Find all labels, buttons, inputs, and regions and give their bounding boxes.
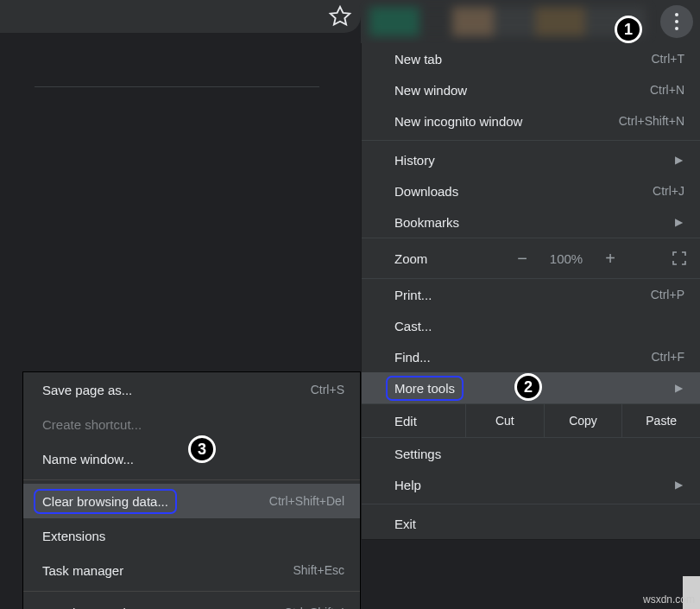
address-bar[interactable] bbox=[0, 0, 361, 33]
menu-label: History bbox=[394, 153, 435, 168]
menu-label: Task manager bbox=[42, 563, 123, 578]
submenu-arrow-icon: ▶ bbox=[675, 382, 683, 394]
customize-menu-button[interactable] bbox=[660, 5, 693, 38]
menu-label: New tab bbox=[394, 52, 442, 67]
edit-cut-button[interactable]: Cut bbox=[465, 404, 544, 437]
zoom-label: Zoom bbox=[362, 251, 474, 266]
menu-label: Print... bbox=[394, 288, 432, 302]
submenu-item-clear-browsing-data[interactable]: Clear browsing data... Ctrl+Shift+Del bbox=[23, 484, 360, 518]
zoom-out-button[interactable]: − bbox=[517, 249, 527, 269]
submenu-arrow-icon: ▶ bbox=[675, 154, 683, 166]
menu-shortcut: Ctrl+F bbox=[652, 350, 685, 364]
submenu-item-task-manager[interactable]: Task manager Shift+Esc bbox=[23, 553, 360, 587]
menu-label: Save page as... bbox=[42, 383, 132, 397]
menu-label: Clear browsing data... bbox=[34, 489, 177, 514]
menu-label: Extensions bbox=[42, 529, 105, 543]
zoom-in-button[interactable]: + bbox=[605, 249, 615, 269]
menu-label: Settings bbox=[394, 447, 441, 461]
menu-label: Find... bbox=[394, 350, 431, 365]
submenu-item-extensions[interactable]: Extensions bbox=[23, 518, 360, 553]
menu-shortcut: Ctrl+Shift+N bbox=[619, 114, 684, 128]
annotation-badge-3: 3 bbox=[188, 435, 216, 463]
menu-label: Exit bbox=[394, 517, 416, 531]
menu-label: Create shortcut... bbox=[42, 417, 142, 432]
submenu-arrow-icon: ▶ bbox=[675, 479, 683, 491]
fullscreen-icon bbox=[671, 250, 688, 267]
menu-shortcut: Ctrl+Shift+I bbox=[284, 606, 344, 609]
menu-item-edit: Edit Cut Copy Paste bbox=[362, 403, 700, 438]
menu-shortcut: Ctrl+N bbox=[650, 83, 684, 97]
toolbar-extensions-blurred bbox=[369, 7, 646, 36]
main-menu: New tab Ctrl+T New window Ctrl+N New inc… bbox=[361, 43, 700, 540]
menu-shortcut: Ctrl+S bbox=[311, 383, 344, 396]
submenu-item-save-page[interactable]: Save page as... Ctrl+S bbox=[23, 372, 360, 407]
edit-copy-button[interactable]: Copy bbox=[544, 404, 622, 437]
watermark: wsxdn.com bbox=[643, 593, 695, 606]
menu-shortcut: Ctrl+P bbox=[651, 288, 684, 301]
menu-shortcut: Ctrl+T bbox=[652, 52, 685, 66]
content-separator bbox=[35, 86, 319, 87]
submenu-arrow-icon: ▶ bbox=[675, 216, 683, 228]
menu-shortcut: Ctrl+Shift+Del bbox=[269, 494, 344, 508]
menu-item-new-tab[interactable]: New tab Ctrl+T bbox=[362, 43, 700, 74]
menu-item-exit[interactable]: Exit bbox=[362, 508, 700, 539]
menu-item-bookmarks[interactable]: Bookmarks ▶ bbox=[362, 206, 700, 238]
menu-label: Help bbox=[394, 478, 421, 492]
menu-label: New incognito window bbox=[394, 114, 522, 129]
edit-label: Edit bbox=[362, 414, 465, 428]
menu-label: Developer tools bbox=[42, 606, 132, 610]
menu-label: Cast... bbox=[394, 319, 432, 333]
toolbar bbox=[361, 0, 700, 43]
fullscreen-button[interactable] bbox=[659, 250, 700, 267]
menu-item-settings[interactable]: Settings bbox=[362, 438, 700, 469]
more-tools-submenu: Save page as... Ctrl+S Create shortcut..… bbox=[22, 371, 361, 609]
annotation-badge-1: 1 bbox=[615, 16, 642, 43]
annotation-badge-2: 2 bbox=[514, 373, 542, 401]
edit-paste-button[interactable]: Paste bbox=[621, 404, 700, 437]
menu-shortcut: Ctrl+J bbox=[653, 184, 684, 198]
submenu-separator bbox=[23, 591, 360, 592]
submenu-item-developer-tools[interactable]: Developer tools Ctrl+Shift+I bbox=[23, 595, 360, 609]
submenu-separator bbox=[23, 479, 360, 480]
submenu-item-create-shortcut: Create shortcut... bbox=[23, 407, 360, 441]
menu-label: Bookmarks bbox=[394, 215, 459, 230]
kebab-icon bbox=[675, 11, 678, 32]
menu-separator bbox=[362, 504, 700, 504]
menu-label: More tools bbox=[386, 376, 464, 401]
menu-item-incognito[interactable]: New incognito window Ctrl+Shift+N bbox=[362, 105, 700, 136]
menu-item-new-window[interactable]: New window Ctrl+N bbox=[362, 74, 700, 105]
menu-item-zoom: Zoom − 100% + bbox=[362, 238, 700, 279]
menu-item-history[interactable]: History ▶ bbox=[362, 144, 700, 175]
menu-item-help[interactable]: Help ▶ bbox=[362, 469, 700, 500]
menu-item-downloads[interactable]: Downloads Ctrl+J bbox=[362, 175, 700, 206]
menu-label: Downloads bbox=[394, 184, 458, 199]
menu-item-cast[interactable]: Cast... bbox=[362, 310, 700, 341]
menu-shortcut: Shift+Esc bbox=[293, 563, 344, 577]
page-background bbox=[0, 0, 361, 43]
menu-item-find[interactable]: Find... Ctrl+F bbox=[362, 341, 700, 372]
menu-label: Name window... bbox=[42, 452, 134, 466]
bookmark-star-icon[interactable] bbox=[328, 4, 352, 29]
menu-item-print[interactable]: Print... Ctrl+P bbox=[362, 279, 700, 310]
menu-label: New window bbox=[394, 83, 467, 98]
zoom-value: 100% bbox=[550, 251, 583, 266]
menu-separator bbox=[362, 140, 700, 141]
